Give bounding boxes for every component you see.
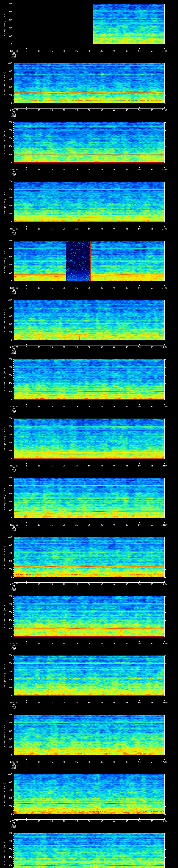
x-axis-end-time-label: 13:00: [161, 524, 168, 526]
y-tick-label: 1000: [0, 417, 12, 420]
x-axis-end-time-label: 5:00: [162, 50, 167, 52]
x-tick-label: 5: [26, 643, 27, 645]
x-tick-label: 40: [113, 287, 115, 289]
y-tick-label: 800: [0, 722, 12, 724]
x-tick-label: 40: [113, 50, 115, 52]
x-tick-label: 30: [88, 287, 90, 289]
x-tick-label: 15: [50, 702, 53, 704]
x-tick-label: 25: [76, 584, 78, 585]
x-tick-label: 15: [50, 524, 53, 526]
y-tick-label: 0: [0, 339, 12, 341]
x-tick-label: 55: [151, 524, 153, 526]
y-tick-label: 400: [0, 501, 12, 503]
x-tick-label: 15: [50, 228, 53, 230]
spectrogram-panel-8-08-00: Frequency (Hz)10008006004002000510152025…: [0, 237, 178, 296]
y-tick-label: 600: [0, 789, 12, 791]
x-axis-end-time-label: 9:00: [162, 287, 167, 289]
x-tick-label: 50: [138, 820, 141, 823]
y-tick-label: 800: [0, 662, 12, 664]
x-tick-label: 45: [125, 702, 128, 704]
spectrogram-panel-8-06-00: Frequency (Hz)10008006004002000510152025…: [0, 119, 178, 178]
x-tick-label: 15: [50, 287, 53, 289]
x-tick-label: 35: [100, 702, 103, 704]
x-axis-end-time-label: 11:00: [161, 406, 168, 408]
x-axis-end-time-label: 14:00: [161, 584, 168, 585]
y-tick-label: 200: [0, 272, 12, 274]
x-tick-label: 20: [63, 50, 65, 52]
x-tick-label: 50: [138, 406, 141, 408]
x-tick-label: 45: [125, 346, 128, 348]
x-tick-label: 10: [38, 346, 40, 348]
x-tick-label: 30: [88, 761, 90, 763]
x-tick-label: 35: [100, 524, 103, 526]
spectrogram-panel-8-07-00: Frequency (Hz)10008006004002000510152025…: [0, 178, 178, 237]
y-tick-label: 1000: [0, 477, 12, 478]
y-tick-label: 200: [0, 865, 12, 866]
y-tick-label: 200: [0, 331, 12, 333]
y-tick-label: 800: [0, 603, 12, 605]
x-axis-date-line: 2015: [11, 530, 17, 532]
x-tick-label: 50: [138, 702, 141, 704]
y-tick-label: 400: [0, 264, 12, 266]
x-tick-label: 45: [125, 110, 128, 111]
y-tick-label: 200: [0, 213, 12, 215]
spectrogram-panel-8-04-00: Frequency (Hz)10008006004002000510152025…: [0, 0, 178, 59]
x-tick-label: 20: [63, 287, 65, 289]
y-tick-label: 200: [0, 391, 12, 393]
x-axis-date-line: 2015: [11, 767, 17, 769]
x-tick-label: 5: [26, 406, 27, 408]
y-tick-label: 1000: [0, 773, 12, 775]
x-tick-label: 35: [100, 346, 103, 348]
x-axis-end-time-label: 12:00: [161, 465, 168, 467]
x-tick-label: 5: [26, 110, 27, 111]
x-tick-label: 55: [151, 50, 153, 52]
y-tick-label: 1000: [0, 299, 12, 301]
y-tick-label: 800: [0, 781, 12, 783]
y-axis-label: Frequency (Hz): [4, 782, 5, 806]
x-tick-label: 5: [26, 228, 27, 230]
x-tick-label: 5: [26, 169, 27, 170]
y-tick-label: 200: [0, 450, 12, 452]
y-axis-label: Frequency (Hz): [4, 249, 5, 273]
x-tick-label: 40: [113, 110, 115, 111]
y-tick-label: 1000: [0, 714, 12, 716]
x-tick-label: 5: [26, 346, 27, 348]
y-tick-label: 800: [0, 307, 12, 309]
x-tick-label: 15: [50, 761, 53, 763]
y-tick-label: 0: [0, 458, 12, 460]
x-tick-label: 40: [113, 346, 115, 348]
x-tick-label: 10: [38, 702, 40, 704]
x-tick-label: 35: [100, 406, 103, 408]
x-tick-label: 25: [76, 820, 78, 823]
x-tick-label: 15: [50, 643, 53, 645]
x-axis-date-line: 2015: [11, 708, 17, 710]
y-tick-label: 400: [0, 797, 12, 799]
x-axis-end-time-label: 7:00: [162, 169, 167, 170]
x-tick-label: 55: [151, 228, 153, 230]
x-tick-label: 50: [138, 524, 141, 526]
x-tick-label: 5: [26, 50, 27, 52]
y-tick-label: 800: [0, 366, 12, 368]
y-tick-label: 800: [0, 70, 12, 72]
spectrogram-panel-8-12-00: Frequency (Hz)10008006004002000510152025…: [0, 474, 178, 533]
y-tick-label: 200: [0, 568, 12, 570]
x-tick-label: 10: [38, 820, 40, 823]
x-axis-date-line: 2015: [11, 411, 17, 413]
spectrogram-panel-8-18-00: Frequency (Hz)10008006004002000510152025…: [0, 830, 178, 868]
y-tick-label: 600: [0, 552, 12, 554]
x-tick-label: 30: [88, 643, 90, 645]
x-tick-label: 25: [76, 406, 78, 408]
y-axis-label: Frequency (Hz): [4, 12, 5, 36]
x-tick-label: 25: [76, 761, 78, 763]
y-tick-label: 600: [0, 78, 12, 80]
x-axis-date-line: 2015: [11, 826, 17, 828]
y-axis-label: Frequency (Hz): [4, 723, 5, 747]
spectrogram-panel-8-09-00: Frequency (Hz)10008006004002000510152025…: [0, 296, 178, 355]
x-tick-label: 15: [50, 110, 53, 111]
x-tick-label: 35: [100, 287, 103, 289]
y-tick-label: 0: [0, 576, 12, 578]
y-tick-label: 600: [0, 730, 12, 732]
y-tick-label: 800: [0, 840, 12, 842]
x-axis-date-line: 2015: [11, 471, 17, 472]
x-tick-label: 20: [63, 524, 65, 526]
